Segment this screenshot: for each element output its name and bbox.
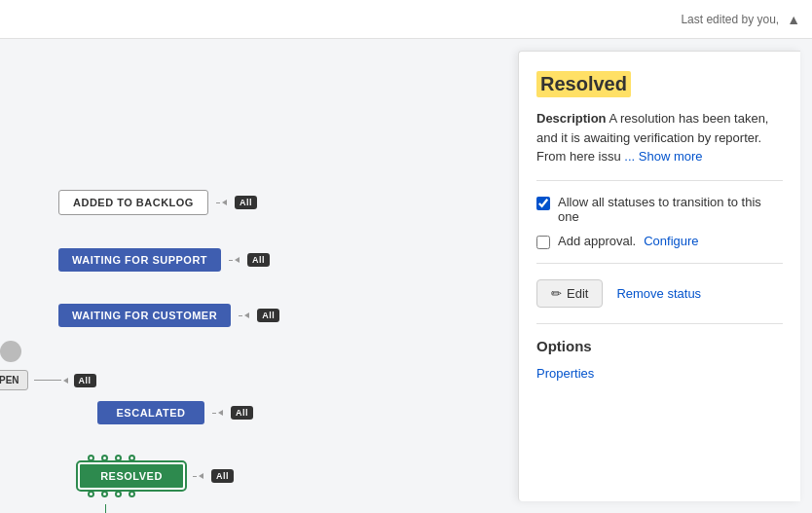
status-node-waiting-customer: WAITING FOR CUSTOMER All bbox=[58, 304, 279, 327]
divider-3 bbox=[536, 323, 783, 324]
open-all-badge: All bbox=[74, 374, 96, 387]
status-node-waiting-support: WAITING FOR SUPPORT All bbox=[58, 248, 270, 272]
resolved-vertical-line bbox=[105, 504, 106, 513]
connector-circle-6 bbox=[101, 491, 108, 497]
waiting-support-status-box[interactable]: WAITING FOR SUPPORT bbox=[58, 248, 221, 272]
configure-link[interactable]: Configure bbox=[644, 234, 698, 248]
status-node-backlog: ADDED TO BACKLOG All bbox=[58, 190, 257, 215]
connector-circle-3 bbox=[115, 455, 122, 461]
edit-button[interactable]: ✏ Edit bbox=[536, 279, 603, 308]
allow-all-row: Allow all statuses to transition to this… bbox=[536, 195, 783, 224]
escalated-status-box[interactable]: ESCALATED bbox=[97, 401, 204, 424]
allow-all-checkbox[interactable] bbox=[536, 197, 550, 210]
remove-status-button[interactable]: Remove status bbox=[616, 286, 701, 301]
connector-circle-4 bbox=[129, 455, 135, 461]
backlog-status-box[interactable]: ADDED TO BACKLOG bbox=[58, 190, 208, 215]
connector-circle-7 bbox=[115, 491, 122, 497]
action-buttons-row: ✏ Edit Remove status bbox=[536, 279, 783, 308]
waiting-customer-all-badge: All bbox=[257, 309, 279, 322]
options-title: Options bbox=[536, 338, 783, 354]
backlog-all-badge: All bbox=[235, 196, 257, 209]
main-content: PEN All ADDED TO BACKLOG All WAITING FOR… bbox=[0, 39, 812, 513]
properties-link[interactable]: Properties bbox=[536, 366, 594, 381]
connector-circle-5 bbox=[88, 491, 94, 497]
open-status-box[interactable]: PEN bbox=[0, 370, 28, 390]
edit-icon: ✏ bbox=[551, 286, 562, 301]
panel-description: Description A resolution has been taken,… bbox=[536, 109, 783, 166]
waiting-support-all-badge: All bbox=[247, 253, 270, 267]
add-approval-checkbox[interactable] bbox=[536, 236, 550, 249]
escalated-all-badge: All bbox=[231, 406, 253, 420]
status-node-escalated: ESCALATED All bbox=[97, 401, 253, 424]
resolved-status-box[interactable]: RESOLVED bbox=[78, 462, 185, 490]
show-more-link[interactable]: ... Show more bbox=[624, 149, 702, 164]
side-panel: Resolved Description A resolution has be… bbox=[518, 51, 800, 501]
allow-all-label: Allow all statuses to transition to this… bbox=[558, 195, 783, 224]
gray-circle-decoration bbox=[0, 341, 21, 362]
workflow-canvas: PEN All ADDED TO BACKLOG All WAITING FOR… bbox=[0, 39, 518, 513]
add-approval-label: Add approval. bbox=[558, 234, 636, 248]
status-node-resolved: RESOLVED All bbox=[78, 462, 234, 490]
collapse-icon[interactable]: ▲ bbox=[787, 12, 800, 27]
divider-1 bbox=[536, 180, 783, 181]
description-label: Description bbox=[536, 111, 607, 126]
connector-circle-8 bbox=[129, 491, 135, 497]
add-approval-row: Add approval. Configure bbox=[536, 234, 783, 249]
last-edited-text: Last edited by you, bbox=[681, 13, 779, 26]
connector-circle-2 bbox=[101, 455, 108, 461]
resolved-all-badge: All bbox=[211, 469, 234, 483]
open-node: PEN All bbox=[0, 370, 96, 390]
header: Last edited by you, ▲ bbox=[0, 0, 812, 39]
connector-circle-1 bbox=[88, 455, 94, 461]
waiting-customer-status-box[interactable]: WAITING FOR CUSTOMER bbox=[58, 304, 231, 327]
edit-label: Edit bbox=[567, 286, 588, 301]
divider-2 bbox=[536, 263, 783, 264]
panel-title: Resolved bbox=[536, 71, 631, 97]
